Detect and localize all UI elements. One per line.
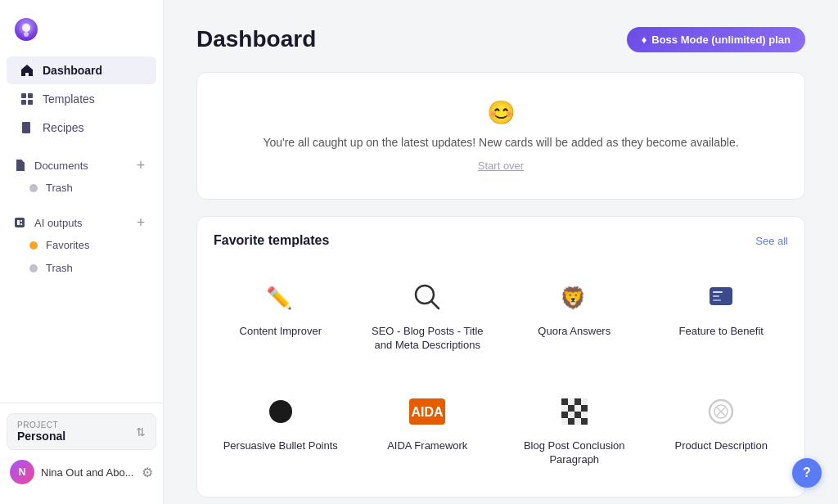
project-name: Personal [17,430,65,443]
update-card: 😊 You're all caught up on the latest upd… [196,72,805,200]
svg-rect-10 [24,129,27,130]
logo [0,10,163,56]
favorites-section: Favorite templates See all ✏️ Content Im… [196,216,805,497]
svg-point-23 [269,400,292,423]
svg-text:✏️: ✏️ [266,285,293,311]
avatar: N [10,460,34,484]
svg-rect-29 [581,398,588,405]
template-seo-blog[interactable]: SEO - Blog Posts - Title and Meta Descri… [361,264,495,366]
templates-grid: ✏️ Content Improver SEO - Blog Posts - T… [214,264,788,480]
svg-rect-37 [581,412,588,418]
svg-rect-12 [17,220,20,225]
see-all-link[interactable]: See all [755,235,788,247]
user-row: N Nina Out and Abo... ⚙ [7,457,156,488]
user-name: Nina Out and Abo... [41,466,142,479]
project-label: PROJECT [17,421,65,430]
sidebar-item-templates[interactable]: Templates [7,85,156,113]
svg-rect-21 [713,295,719,297]
book-icon [20,120,34,135]
sidebar: Dashboard Templates Recipes Documents + [0,0,164,504]
svg-rect-8 [24,124,29,125]
diamond-icon: ♦ [642,34,647,46]
svg-rect-34 [561,412,568,418]
documents-trash[interactable]: Trash [7,177,156,199]
svg-rect-20 [713,291,723,293]
ai-favorites[interactable]: Favorites [7,234,156,256]
template-feature-benefit[interactable]: Feature to Benefit [655,264,789,366]
svg-rect-26 [561,398,568,405]
ai-outputs-label[interactable]: AI outputs [13,216,83,229]
ai-trash[interactable]: Trash [7,257,156,279]
svg-rect-41 [581,418,588,425]
template-content-improver[interactable]: ✏️ Content Improver [214,264,348,366]
template-icon-feature-benefit [701,277,741,317]
main-content: Dashboard ♦ Boss Mode (unlimited) plan 😊… [164,0,838,504]
svg-point-2 [24,32,29,37]
svg-rect-22 [713,299,721,301]
template-product-desc[interactable]: Product Description [655,379,789,480]
logo-icon [13,16,39,43]
svg-rect-13 [20,220,22,222]
template-icon-blog-conclusion [555,392,594,431]
favorites-dot-icon [29,241,38,250]
sidebar-nav: Dashboard Templates Recipes Documents + [0,56,163,403]
svg-rect-4 [28,93,33,98]
svg-text:AIDA: AIDA [412,405,444,419]
ai-trash-dot-icon [29,264,38,272]
svg-rect-28 [574,398,581,405]
template-bullet-points[interactable]: Persuasive Bullet Points [214,379,348,480]
template-aida[interactable]: AIDA AIDA Framework [361,379,495,480]
smile-icon: 😊 [214,99,788,126]
svg-rect-6 [28,100,33,105]
svg-rect-32 [574,405,581,412]
template-icon-seo-blog [408,277,447,317]
grid-icon [20,92,34,106]
template-blog-conclusion[interactable]: Blog Post Conclusion Paragraph [507,379,642,480]
start-over-link[interactable]: Start over [478,160,524,172]
svg-rect-5 [21,100,26,105]
svg-rect-31 [568,405,574,412]
help-bubble[interactable]: ? [792,458,822,488]
section-title: Favorite templates [214,233,329,248]
svg-text:🦁: 🦁 [560,285,587,311]
svg-rect-14 [20,223,22,225]
ai-outputs-add-button[interactable]: + [132,214,150,232]
update-card-text: You're all caught up on the latest updat… [214,134,788,151]
documents-section-header: Documents + [0,151,163,176]
template-icon-quora: 🦁 [555,277,594,317]
sidebar-item-recipes[interactable]: Recipes [7,114,156,142]
svg-rect-35 [568,412,574,418]
svg-rect-27 [568,398,574,405]
ai-outputs-icon [13,216,26,229]
project-selector[interactable]: PROJECT Personal ⇅ [7,413,156,450]
boss-mode-button[interactable]: ♦ Boss Mode (unlimited) plan [627,27,805,52]
svg-rect-40 [574,418,581,425]
svg-rect-9 [24,127,29,128]
document-icon [13,159,26,172]
svg-point-1 [22,24,30,32]
svg-rect-38 [561,418,568,425]
template-icon-content-improver: ✏️ [261,277,300,317]
documents-add-button[interactable]: + [132,156,150,174]
sidebar-item-dashboard[interactable]: Dashboard [7,56,156,84]
svg-rect-3 [21,93,26,98]
svg-line-17 [431,301,439,308]
ai-outputs-section-header: AI outputs + [0,209,163,233]
chevron-icon: ⇅ [136,425,146,439]
svg-rect-33 [581,405,588,412]
main-header: Dashboard ♦ Boss Mode (unlimited) plan [196,26,805,52]
favorites-section-header: Favorite templates See all [214,233,788,248]
svg-rect-36 [574,412,581,418]
trash-dot-icon [29,184,38,192]
documents-label[interactable]: Documents [13,159,88,172]
home-icon [20,63,34,78]
template-quora[interactable]: 🦁 Quora Answers [507,264,642,366]
gear-icon[interactable]: ⚙ [142,465,153,480]
template-icon-bullet-points [261,392,300,431]
svg-rect-39 [568,418,574,425]
template-icon-aida: AIDA [408,392,447,431]
template-icon-product-desc [701,392,741,431]
page-title: Dashboard [196,26,316,52]
svg-rect-30 [561,405,568,412]
sidebar-bottom: PROJECT Personal ⇅ N Nina Out and Abo...… [0,403,163,494]
